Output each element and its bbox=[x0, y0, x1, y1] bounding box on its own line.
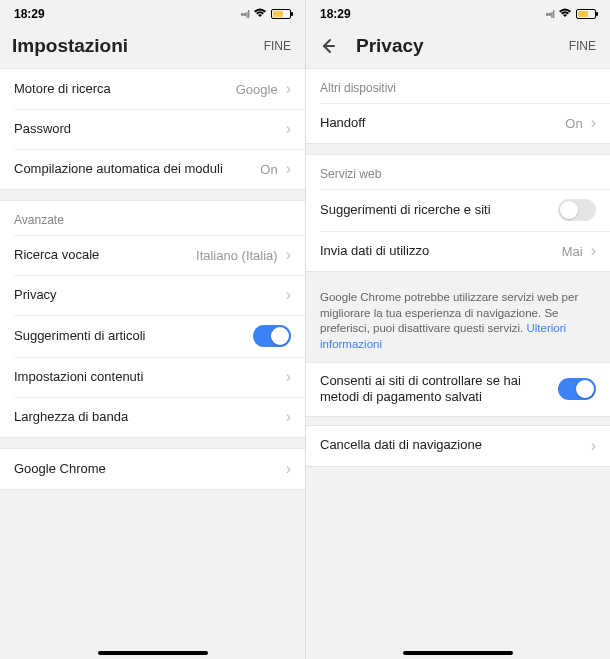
chevron-right-icon: › bbox=[591, 438, 596, 454]
group-clear-data: Cancella dati di navigazione › bbox=[306, 425, 610, 467]
row-label: Invia dati di utilizzo bbox=[320, 243, 562, 259]
row-label: Password bbox=[14, 121, 286, 137]
row-label: Privacy bbox=[14, 287, 286, 303]
group-header: Avanzate bbox=[0, 201, 305, 235]
row-value: Google bbox=[236, 82, 278, 97]
row-bandwidth[interactable]: Larghezza di banda › bbox=[0, 397, 305, 437]
done-button[interactable]: FINE bbox=[569, 39, 596, 53]
wifi-icon bbox=[558, 8, 572, 20]
row-label: Suggerimenti di articoli bbox=[14, 328, 253, 344]
chevron-right-icon: › bbox=[286, 161, 291, 177]
row-value: Italiano (Italia) bbox=[196, 248, 278, 263]
group-basic: Motore di ricerca Google › Password › Co… bbox=[0, 68, 305, 190]
toggle-search-suggestions[interactable] bbox=[558, 199, 596, 221]
row-label: Google Chrome bbox=[14, 461, 286, 477]
toggle-payment-methods[interactable] bbox=[558, 378, 596, 400]
chevron-right-icon: › bbox=[286, 287, 291, 303]
home-indicator bbox=[403, 651, 513, 655]
row-label: Compilazione automatica dei moduli bbox=[14, 161, 260, 177]
chevron-right-icon: › bbox=[591, 115, 596, 131]
toggle-article-suggestions[interactable] bbox=[253, 325, 291, 347]
row-label: Consenti ai siti di controllare se hai m… bbox=[320, 373, 558, 406]
status-indicators: ••ıl bbox=[545, 8, 596, 20]
row-handoff[interactable]: Handoff On › bbox=[306, 103, 610, 143]
status-indicators: ••ıl bbox=[240, 8, 291, 20]
status-time: 18:29 bbox=[320, 7, 351, 21]
group-about: Google Chrome › bbox=[0, 448, 305, 490]
row-label: Impostazioni contenuti bbox=[14, 369, 286, 385]
row-password[interactable]: Password › bbox=[0, 109, 305, 149]
chevron-right-icon: › bbox=[286, 461, 291, 477]
row-payment-methods[interactable]: Consenti ai siti di controllare se hai m… bbox=[306, 363, 610, 416]
chevron-right-icon: › bbox=[286, 81, 291, 97]
content: Altri dispositivi Handoff On › Servizi w… bbox=[306, 68, 610, 659]
back-button[interactable] bbox=[318, 36, 338, 56]
row-privacy[interactable]: Privacy › bbox=[0, 275, 305, 315]
row-value: On bbox=[565, 116, 582, 131]
signal-icon: ••ıl bbox=[545, 9, 554, 20]
done-button[interactable]: FINE bbox=[264, 39, 291, 53]
status-time: 18:29 bbox=[14, 7, 45, 21]
row-value: Mai bbox=[562, 244, 583, 259]
group-header: Altri dispositivi bbox=[306, 69, 610, 103]
row-google-chrome[interactable]: Google Chrome › bbox=[0, 449, 305, 489]
row-label: Suggerimenti di ricerche e siti bbox=[320, 202, 558, 218]
battery-icon bbox=[576, 9, 596, 19]
page-title: Impostazioni bbox=[12, 35, 128, 57]
settings-screen: 18:29 ••ıl Impostazioni FINE Motore di r… bbox=[0, 0, 305, 659]
chevron-right-icon: › bbox=[286, 247, 291, 263]
group-advanced: Avanzate Ricerca vocale Italiano (Italia… bbox=[0, 200, 305, 438]
row-label: Ricerca vocale bbox=[14, 247, 196, 263]
group-other-devices: Altri dispositivi Handoff On › bbox=[306, 68, 610, 144]
chevron-right-icon: › bbox=[286, 409, 291, 425]
row-article-suggestions[interactable]: Suggerimenti di articoli bbox=[0, 315, 305, 357]
group-header: Servizi web bbox=[306, 155, 610, 189]
row-search-suggestions[interactable]: Suggerimenti di ricerche e siti bbox=[306, 189, 610, 231]
row-label: Motore di ricerca bbox=[14, 81, 236, 97]
group-web-services: Servizi web Suggerimenti di ricerche e s… bbox=[306, 154, 610, 272]
row-search-engine[interactable]: Motore di ricerca Google › bbox=[0, 69, 305, 109]
chevron-right-icon: › bbox=[591, 243, 596, 259]
row-value: On bbox=[260, 162, 277, 177]
row-label: Handoff bbox=[320, 115, 565, 131]
row-autofill[interactable]: Compilazione automatica dei moduli On › bbox=[0, 149, 305, 189]
header: Impostazioni FINE bbox=[0, 24, 305, 68]
privacy-screen: 18:29 ••ıl Privacy FINE Altri dispositiv… bbox=[305, 0, 610, 659]
signal-icon: ••ıl bbox=[240, 9, 249, 20]
group-payment: Consenti ai siti di controllare se hai m… bbox=[306, 362, 610, 417]
row-label: Larghezza di banda bbox=[14, 409, 286, 425]
chevron-right-icon: › bbox=[286, 369, 291, 385]
row-label: Cancella dati di navigazione bbox=[320, 437, 591, 453]
status-bar: 18:29 ••ıl bbox=[306, 4, 610, 24]
battery-icon bbox=[271, 9, 291, 19]
status-bar: 18:29 ••ıl bbox=[0, 4, 305, 24]
home-indicator bbox=[98, 651, 208, 655]
chevron-right-icon: › bbox=[286, 121, 291, 137]
row-clear-browsing-data[interactable]: Cancella dati di navigazione › bbox=[306, 426, 610, 466]
wifi-icon bbox=[253, 8, 267, 20]
info-text: Google Chrome potrebbe utilizzare serviz… bbox=[306, 282, 610, 362]
row-usage-data[interactable]: Invia dati di utilizzo Mai › bbox=[306, 231, 610, 271]
row-voice-search[interactable]: Ricerca vocale Italiano (Italia) › bbox=[0, 235, 305, 275]
header: Privacy FINE bbox=[306, 24, 610, 68]
row-content-settings[interactable]: Impostazioni contenuti › bbox=[0, 357, 305, 397]
content: Motore di ricerca Google › Password › Co… bbox=[0, 68, 305, 659]
page-title: Privacy bbox=[356, 35, 424, 57]
